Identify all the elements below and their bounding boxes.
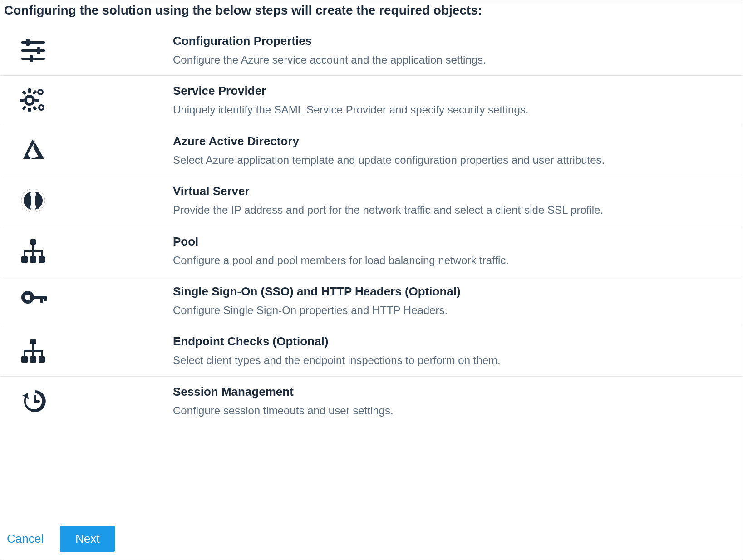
- svg-rect-0: [21, 41, 45, 44]
- svg-rect-26: [32, 250, 34, 256]
- svg-rect-40: [32, 350, 34, 356]
- step-desc: Uniquely identify the SAML Service Provi…: [173, 103, 738, 117]
- svg-rect-35: [30, 356, 36, 363]
- step-title: Azure Active Directory: [173, 134, 738, 148]
- svg-point-17: [40, 106, 43, 109]
- cancel-button[interactable]: Cancel: [6, 530, 44, 548]
- step-configuration-properties[interactable]: Configuration Properties Configure the A…: [0, 26, 743, 76]
- svg-rect-25: [24, 250, 25, 256]
- svg-rect-39: [24, 350, 25, 356]
- step-endpoint-checks[interactable]: Endpoint Checks (Optional) Select client…: [0, 326, 743, 376]
- svg-rect-23: [32, 245, 34, 251]
- gears-icon: [19, 84, 173, 115]
- svg-rect-10: [22, 90, 27, 95]
- svg-rect-7: [28, 108, 31, 112]
- svg-rect-19: [30, 239, 36, 245]
- config-wizard-panel: Configuring the solution using the below…: [0, 0, 743, 560]
- step-text: Endpoint Checks (Optional) Select client…: [173, 334, 738, 368]
- sliders-icon: [19, 34, 173, 65]
- svg-rect-27: [41, 250, 43, 256]
- svg-rect-12: [22, 106, 27, 111]
- step-text: Configuration Properties Configure the A…: [173, 34, 738, 67]
- step-virtual-server[interactable]: Virtual Server Provide the IP address an…: [0, 176, 743, 226]
- step-desc: Configure a pool and pool members for lo…: [173, 253, 738, 268]
- step-title: Service Provider: [173, 84, 738, 98]
- step-text: Azure Active Directory Select Azure appl…: [173, 134, 738, 167]
- step-desc: Configure session timeouts and user sett…: [173, 403, 738, 418]
- step-azure-ad[interactable]: Azure Active Directory Select Azure appl…: [0, 126, 743, 176]
- step-desc: Configure Single Sign-On properties and …: [173, 303, 738, 318]
- step-service-provider[interactable]: Service Provider Uniquely identify the S…: [0, 76, 743, 126]
- svg-rect-37: [32, 344, 34, 351]
- svg-rect-21: [30, 256, 36, 263]
- step-text: Pool Configure a pool and pool members f…: [173, 235, 738, 268]
- step-text: Single Sign-On (SSO) and HTTP Headers (O…: [173, 285, 738, 318]
- svg-rect-3: [37, 47, 40, 54]
- wizard-heading: Configuring the solution using the below…: [0, 0, 743, 26]
- svg-rect-32: [44, 296, 47, 301]
- globe-icon: [19, 184, 173, 215]
- svg-rect-5: [30, 55, 33, 62]
- step-desc: Provide the IP address and port for the …: [173, 203, 738, 217]
- svg-rect-11: [32, 106, 37, 111]
- svg-rect-36: [39, 356, 45, 363]
- wizard-footer: Cancel Next: [0, 519, 743, 560]
- svg-point-15: [39, 91, 42, 93]
- svg-rect-9: [35, 99, 39, 102]
- svg-rect-6: [28, 88, 31, 93]
- svg-rect-2: [21, 49, 45, 52]
- history-icon: [19, 385, 173, 416]
- step-text: Service Provider Uniquely identify the S…: [173, 84, 738, 117]
- svg-rect-8: [20, 99, 24, 102]
- svg-rect-20: [21, 256, 28, 263]
- step-title: Pool: [173, 235, 738, 249]
- svg-rect-33: [30, 339, 36, 344]
- step-title: Configuration Properties: [173, 34, 738, 48]
- step-desc: Select Azure application template and up…: [173, 153, 738, 167]
- svg-rect-43: [34, 400, 40, 403]
- step-text: Session Management Configure session tim…: [173, 385, 738, 418]
- step-text: Virtual Server Provide the IP address an…: [173, 184, 738, 217]
- svg-rect-30: [32, 296, 46, 299]
- step-title: Virtual Server: [173, 184, 738, 198]
- svg-rect-13: [32, 90, 37, 95]
- svg-rect-31: [40, 296, 43, 303]
- next-button[interactable]: Next: [60, 526, 115, 552]
- step-sso[interactable]: Single Sign-On (SSO) and HTTP Headers (O…: [0, 276, 743, 326]
- svg-rect-41: [41, 350, 43, 356]
- svg-rect-34: [21, 356, 28, 363]
- step-session-management[interactable]: Session Management Configure session tim…: [0, 377, 743, 426]
- step-desc: Select client types and the endpoint ins…: [173, 353, 738, 368]
- azure-icon: [19, 134, 173, 165]
- svg-point-29: [25, 295, 30, 300]
- step-title: Single Sign-On (SSO) and HTTP Headers (O…: [173, 285, 738, 299]
- step-desc: Configure the Azure service account and …: [173, 53, 738, 67]
- sitemap-icon: [19, 334, 173, 365]
- svg-rect-1: [26, 39, 30, 46]
- step-title: Endpoint Checks (Optional): [173, 334, 738, 349]
- svg-rect-22: [39, 256, 45, 263]
- sitemap-icon: [19, 235, 173, 265]
- key-icon: [19, 285, 173, 315]
- step-pool[interactable]: Pool Configure a pool and pool members f…: [0, 226, 743, 276]
- step-title: Session Management: [173, 385, 738, 399]
